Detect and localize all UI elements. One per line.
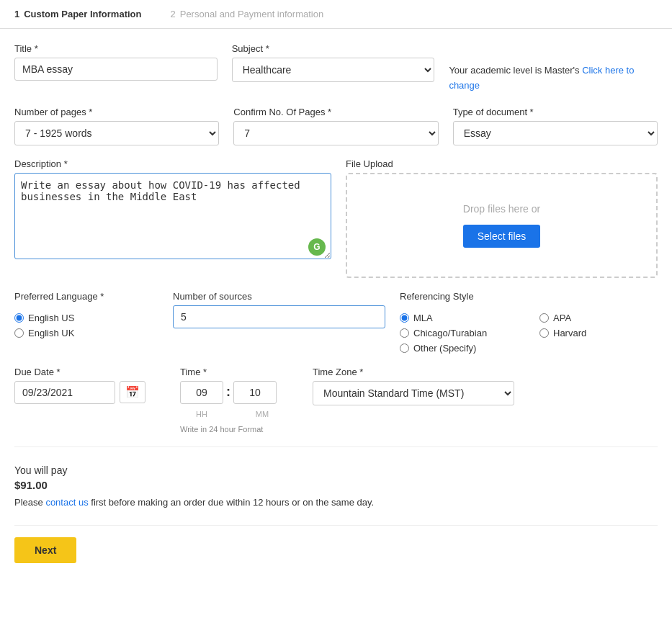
next-button[interactable]: Next: [14, 537, 76, 563]
ref-style-field: Referencing Style MLA APA Chicago/Turabi…: [400, 291, 658, 354]
lang-uk-label: English UK: [28, 328, 74, 338]
date-wrap: 📅: [14, 381, 151, 404]
drop-text: Drop files here or: [463, 203, 540, 215]
doctype-select[interactable]: EssayResearch PaperTerm PaperThesisDisse…: [453, 121, 658, 145]
sources-input[interactable]: [173, 305, 385, 328]
row-date-time-tz: Due Date * 📅 Time * : HH MM Write in 24 …: [14, 367, 658, 434]
divider-1: [14, 446, 658, 447]
step-2-num: 2: [170, 9, 175, 19]
confirm-pages-field: Confirm No. Of Pages * 12345678910: [233, 107, 438, 145]
confirm-label: Confirm No. Of Pages *: [233, 107, 438, 117]
time-wrap: :: [180, 381, 284, 404]
lang-radio-group: English US English UK: [14, 313, 158, 338]
subject-select[interactable]: HealthcareBusinessNursingTechnologyOther: [232, 58, 435, 82]
upload-field: File Upload Drop files here or Select fi…: [346, 158, 658, 278]
pay-note: Please contact us first before making an…: [14, 497, 658, 508]
time-labels: HH MM: [180, 410, 284, 418]
step-2-label: Personal and Payment information: [180, 9, 323, 19]
row-lang-sources-ref: Preferred Language * English US English …: [14, 291, 658, 354]
time-field: Time * : HH MM Write in 24 hour Format: [180, 367, 284, 434]
desc-label: Description *: [14, 158, 331, 169]
time-hh-input[interactable]: [180, 381, 223, 404]
timezone-select[interactable]: Mountain Standard Time (MST)Eastern Stan…: [313, 381, 514, 405]
bottom-divider: [14, 525, 658, 526]
academic-text: Your academic level is Master's: [449, 65, 579, 76]
ref-other-label: Other (Specify): [413, 343, 476, 354]
ref-radio-mla[interactable]: [400, 313, 409, 323]
timezone-field: Time Zone * Mountain Standard Time (MST)…: [313, 367, 658, 405]
ref-radio-chicago[interactable]: [400, 328, 409, 338]
pages-field: Number of pages * 1 - 275 words2 - 550 w…: [14, 107, 219, 145]
description-textarea[interactable]: [14, 173, 331, 259]
pay-note-post: first before making an order due within …: [91, 497, 374, 508]
subject-field: Subject * HealthcareBusinessNursingTechn…: [232, 43, 435, 82]
due-date-input[interactable]: [14, 381, 115, 404]
upload-dropzone: Drop files here or Select files: [346, 173, 658, 278]
ref-radio-grid: MLA APA Chicago/Turabian Harvard Other (…: [400, 313, 658, 354]
title-field: Title *: [14, 43, 218, 81]
ref-chicago[interactable]: Chicago/Turabian: [400, 328, 518, 338]
ref-mla[interactable]: MLA: [400, 313, 518, 323]
lang-radio-uk[interactable]: [14, 328, 24, 338]
row-pages-doctype: Number of pages * 1 - 275 words2 - 550 w…: [14, 107, 658, 145]
academic-info: Your academic level is Master's Click he…: [449, 43, 658, 94]
time-label: Time *: [180, 367, 284, 377]
sources-label: Number of sources: [173, 291, 385, 302]
row-title-subject: Title * Subject * HealthcareBusinessNurs…: [14, 43, 658, 94]
upload-label: File Upload: [346, 158, 658, 169]
hh-label: HH: [180, 410, 223, 418]
doctype-field: Type of document * EssayResearch PaperTe…: [453, 107, 658, 145]
pay-section: You will pay $91.00 Please contact us fi…: [14, 457, 658, 515]
due-date-field: Due Date * 📅: [14, 367, 151, 404]
time-mm-input[interactable]: [233, 381, 277, 404]
pay-contact-link[interactable]: contact us: [45, 497, 88, 508]
pages-label: Number of pages *: [14, 107, 219, 117]
title-label: Title *: [14, 43, 218, 54]
form-content: Title * Subject * HealthcareBusinessNurs…: [0, 29, 672, 578]
ref-radio-other[interactable]: [400, 344, 409, 353]
select-files-button[interactable]: Select files: [463, 225, 541, 248]
step-2: 2 Personal and Payment information: [170, 9, 323, 19]
step-1: 1 Custom Paper Information: [14, 9, 141, 19]
ref-mla-label: MLA: [413, 313, 433, 323]
time-colon: :: [226, 385, 230, 400]
pages-select[interactable]: 1 - 275 words2 - 550 words3 - 825 words4…: [14, 121, 219, 145]
pay-amount: $91.00: [14, 479, 658, 491]
description-field: Description * G: [14, 158, 331, 261]
mm-label: MM: [241, 410, 284, 418]
step-1-label: Custom Paper Information: [24, 9, 141, 19]
ref-other[interactable]: Other (Specify): [400, 343, 518, 354]
pay-label: You will pay: [14, 464, 658, 476]
row-desc-upload: Description * G File Upload Drop files h…: [14, 158, 658, 278]
ref-apa[interactable]: APA: [539, 313, 658, 323]
lang-us-label: English US: [28, 313, 74, 323]
ref-radio-apa[interactable]: [539, 313, 549, 323]
ref-radio-harvard[interactable]: [539, 328, 549, 338]
ref-apa-label: APA: [553, 313, 571, 323]
lang-field: Preferred Language * English US English …: [14, 291, 158, 338]
doctype-label: Type of document *: [453, 107, 658, 117]
step-1-num: 1: [14, 9, 19, 19]
lang-option-us[interactable]: English US: [14, 313, 158, 323]
due-label: Due Date *: [14, 367, 151, 377]
ref-harvard-label: Harvard: [553, 328, 586, 338]
calendar-icon[interactable]: 📅: [120, 381, 145, 403]
grammarly-icon: G: [308, 238, 326, 256]
lang-label: Preferred Language *: [14, 291, 158, 302]
subject-label: Subject *: [232, 43, 435, 54]
timezone-label: Time Zone *: [313, 367, 658, 377]
lang-radio-us[interactable]: [14, 313, 24, 323]
title-input[interactable]: [14, 58, 218, 81]
ref-harvard[interactable]: Harvard: [539, 328, 658, 338]
sources-field: Number of sources: [173, 291, 385, 328]
ref-chicago-label: Chicago/Turabian: [413, 328, 487, 338]
lang-option-uk[interactable]: English UK: [14, 328, 158, 338]
textarea-wrap: G: [14, 173, 331, 261]
steps-bar: 1 Custom Paper Information 2 Personal an…: [0, 0, 672, 29]
ref-label: Referencing Style: [400, 291, 658, 302]
pay-note-pre: Please: [14, 497, 43, 508]
time-hint: Write in 24 hour Format: [180, 425, 284, 434]
confirm-select[interactable]: 12345678910: [233, 121, 438, 145]
